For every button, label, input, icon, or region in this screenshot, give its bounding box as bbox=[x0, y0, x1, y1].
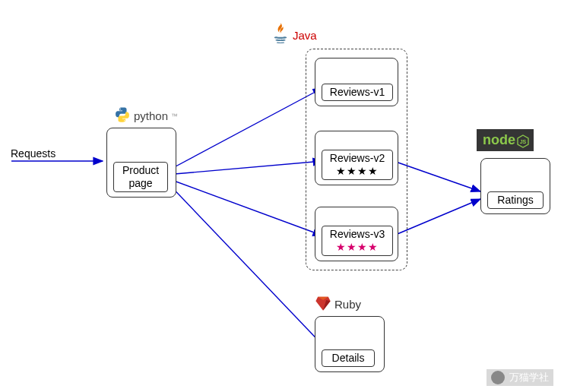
reviews-v1-node: Reviews-v1 bbox=[322, 84, 393, 101]
edge-product-reviews1 bbox=[166, 88, 322, 172]
watermark: 万猫学社 bbox=[487, 369, 553, 386]
product-page-container: Product page bbox=[106, 128, 176, 198]
nodejs-icon: JS bbox=[517, 134, 528, 147]
edge-product-details bbox=[166, 181, 327, 349]
product-page-node: Product page bbox=[113, 162, 168, 192]
node-tech-label: node JS bbox=[477, 129, 534, 151]
reviews-v2-node: Reviews-v2 ★★★★ bbox=[322, 150, 393, 180]
details-container: Details bbox=[315, 316, 385, 372]
ratings-node: Ratings bbox=[487, 191, 544, 209]
java-icon bbox=[271, 23, 290, 48]
ratings-container: Ratings bbox=[480, 158, 550, 214]
reviews-v3-node: Reviews-v3 ★★★★ bbox=[322, 226, 393, 256]
ruby-tech-label: Ruby bbox=[315, 295, 361, 314]
reviews-v2-container: Reviews-v2 ★★★★ bbox=[315, 131, 398, 185]
ruby-text: Ruby bbox=[334, 298, 361, 311]
java-text: Java bbox=[293, 29, 317, 42]
watermark-text: 万猫学社 bbox=[509, 371, 549, 384]
watermark-avatar-icon bbox=[491, 371, 505, 384]
edge-product-reviews2 bbox=[166, 161, 322, 175]
node-text: node bbox=[483, 132, 515, 148]
python-tech-label: python ™ bbox=[114, 106, 178, 125]
requests-label: Requests bbox=[11, 147, 55, 160]
reviews-v3-stars: ★★★★ bbox=[325, 241, 389, 254]
java-tech-label: Java bbox=[271, 23, 317, 48]
reviews-v2-stars: ★★★★ bbox=[325, 165, 389, 178]
details-node: Details bbox=[322, 349, 375, 367]
edge-product-reviews3 bbox=[166, 178, 322, 236]
ruby-icon bbox=[315, 295, 331, 314]
reviews-v3-container: Reviews-v3 ★★★★ bbox=[315, 207, 398, 261]
svg-text:JS: JS bbox=[520, 139, 527, 144]
python-icon bbox=[114, 106, 131, 125]
python-text: python bbox=[134, 109, 168, 122]
reviews-v1-container: Reviews-v1 bbox=[315, 58, 398, 106]
